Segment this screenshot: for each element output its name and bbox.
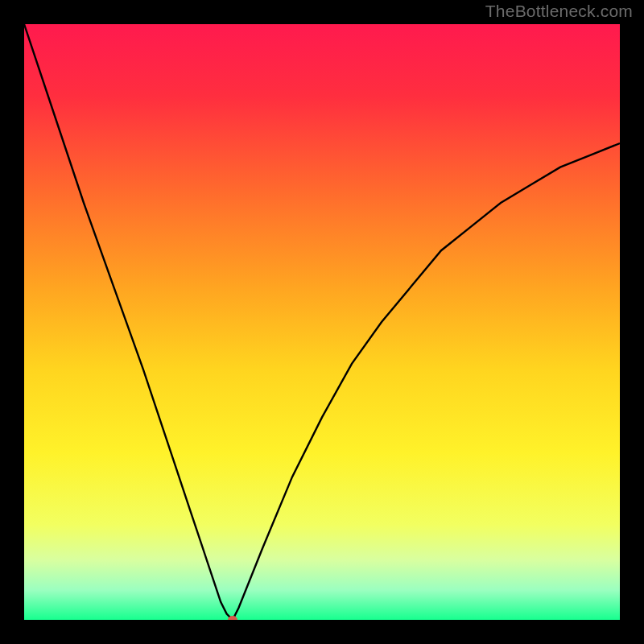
chart-svg [24,24,620,620]
watermark-text: TheBottleneck.com [485,2,633,21]
plot-area [24,24,620,620]
chart-frame: TheBottleneck.com [0,0,644,644]
gradient-background [24,24,620,620]
